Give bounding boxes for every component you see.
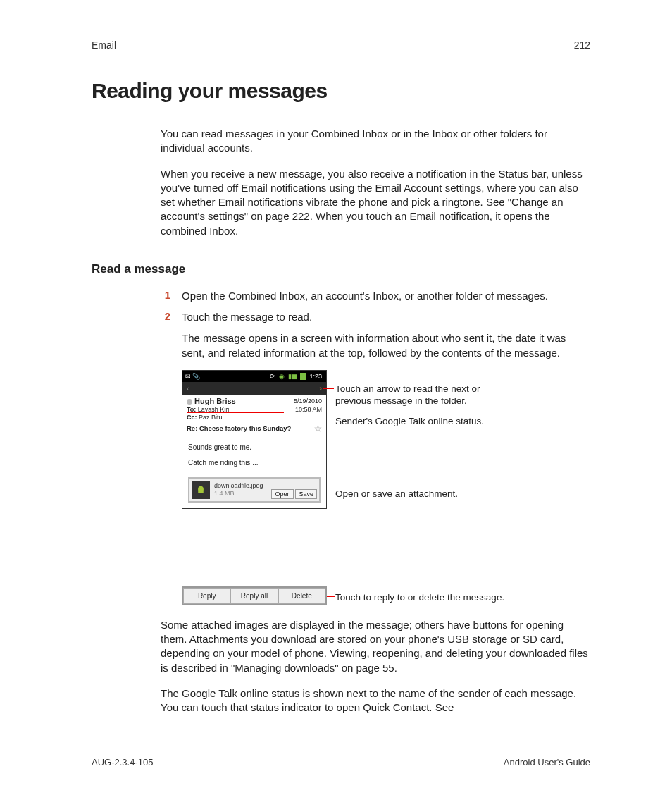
running-header: Email 212 bbox=[92, 39, 590, 51]
after-paragraph-1: Some attached images are displayed in th… bbox=[161, 618, 590, 675]
body-line-1: Sounds great to me. bbox=[188, 442, 321, 453]
sender-name: Hugh Briss bbox=[194, 397, 236, 405]
callout-underline-1 bbox=[187, 412, 284, 413]
presence-icon[interactable] bbox=[187, 399, 192, 405]
callout-line-4 bbox=[327, 596, 335, 597]
callout-line-2 bbox=[282, 421, 335, 421]
message-body: Sounds great to me. Catch me riding this… bbox=[182, 436, 326, 474]
attach-icon-status: 📎 bbox=[192, 373, 200, 380]
callout-1: Touch an arrow to read the next or previ… bbox=[335, 383, 518, 407]
steps-list: 1 Open the Combined Inbox, an account's … bbox=[161, 289, 590, 360]
open-attachment-button[interactable]: Open bbox=[271, 489, 294, 499]
message-date: 5/19/2010 bbox=[294, 398, 322, 405]
wifi-icon: ◉ bbox=[279, 373, 285, 380]
attachment-size: 1.4 MB bbox=[214, 490, 267, 498]
svg-rect-2 bbox=[198, 488, 204, 493]
callout-2: Sender's Google Talk online status. bbox=[335, 415, 484, 428]
star-icon[interactable]: ☆ bbox=[314, 424, 322, 433]
after-paragraph-2: The Google Talk online status is shown n… bbox=[161, 686, 590, 715]
step-2-number: 2 bbox=[161, 310, 170, 324]
step-1-text: Open the Combined Inbox, an account's In… bbox=[182, 289, 590, 303]
footer-left: AUG-2.3.4-105 bbox=[92, 757, 153, 768]
callout-4: Touch to reply to or delete the message. bbox=[335, 591, 504, 604]
running-footer: AUG-2.3.4-105 Android User's Guide bbox=[92, 757, 590, 768]
delete-button[interactable]: Delete bbox=[278, 588, 325, 604]
status-bar: ✉📎 ⟳ ◉ ▮▮▮ 1:23 bbox=[182, 371, 326, 382]
callout-line-3 bbox=[327, 493, 335, 493]
step-2-subtext: The message opens in a screen with infor… bbox=[182, 331, 590, 360]
status-time: 1:23 bbox=[309, 373, 322, 380]
callout-underline-2 bbox=[187, 421, 270, 421]
save-attachment-button[interactable]: Save bbox=[295, 489, 317, 499]
attachment-box: downloadfile.jpeg 1.4 MB Open Save bbox=[188, 477, 321, 503]
page-title: Reading your messages bbox=[92, 79, 590, 103]
android-icon bbox=[194, 483, 207, 496]
step-2-text: Touch the message to read. bbox=[182, 310, 590, 324]
body-line-2: Catch me riding this ... bbox=[188, 457, 321, 469]
step-2: 2 Touch the message to read. bbox=[161, 310, 590, 324]
attachment-thumbnail bbox=[192, 481, 210, 499]
nav-row: ‹ › bbox=[182, 382, 326, 395]
attachment-name: downloadfile.jpeg bbox=[214, 482, 267, 490]
intro-block: You can read messages in your Combined I… bbox=[161, 127, 590, 238]
phone-screenshot: ✉📎 ⟳ ◉ ▮▮▮ 1:23 ‹ › Hugh Briss 5/19/2010 bbox=[182, 370, 327, 509]
message-time: 10:58 AM bbox=[295, 406, 322, 413]
step-1-number: 1 bbox=[161, 289, 170, 303]
sync-icon: ⟳ bbox=[270, 373, 275, 380]
reply-button[interactable]: Reply bbox=[183, 588, 230, 604]
page: Email 212 Reading your messages You can … bbox=[0, 0, 672, 807]
cc-label: Cc: bbox=[187, 414, 197, 421]
screenshot-area: ✉📎 ⟳ ◉ ▮▮▮ 1:23 ‹ › Hugh Briss 5/19/2010 bbox=[182, 370, 590, 605]
action-buttons-row: Reply Reply all Delete bbox=[182, 586, 327, 605]
mail-icon: ✉ bbox=[185, 373, 191, 380]
intro-paragraph-1: You can read messages in your Combined I… bbox=[161, 127, 590, 156]
message-header: Hugh Briss 5/19/2010 To: Lavash Kiri 10:… bbox=[182, 395, 326, 436]
reply-all-button[interactable]: Reply all bbox=[230, 588, 278, 604]
prev-arrow-icon[interactable]: ‹ bbox=[187, 384, 189, 393]
subheading: Read a message bbox=[92, 262, 590, 276]
after-block: Some attached images are displayed in th… bbox=[161, 618, 590, 715]
subject-text: Re: Cheese factory this Sunday? bbox=[187, 424, 291, 432]
signal-icon: ▮▮▮ bbox=[288, 373, 297, 380]
callout-line-1 bbox=[323, 388, 334, 389]
step-1: 1 Open the Combined Inbox, an account's … bbox=[161, 289, 590, 303]
header-page-number: 212 bbox=[574, 39, 590, 51]
footer-right: Android User's Guide bbox=[504, 757, 590, 768]
battery-icon bbox=[300, 373, 306, 380]
cc-value: Paz Bitu bbox=[199, 414, 223, 421]
header-section: Email bbox=[92, 39, 116, 51]
intro-paragraph-2: When you receive a new message, you also… bbox=[161, 167, 590, 238]
callout-3: Open or save an attachment. bbox=[335, 488, 458, 500]
next-arrow-icon[interactable]: › bbox=[319, 384, 322, 393]
